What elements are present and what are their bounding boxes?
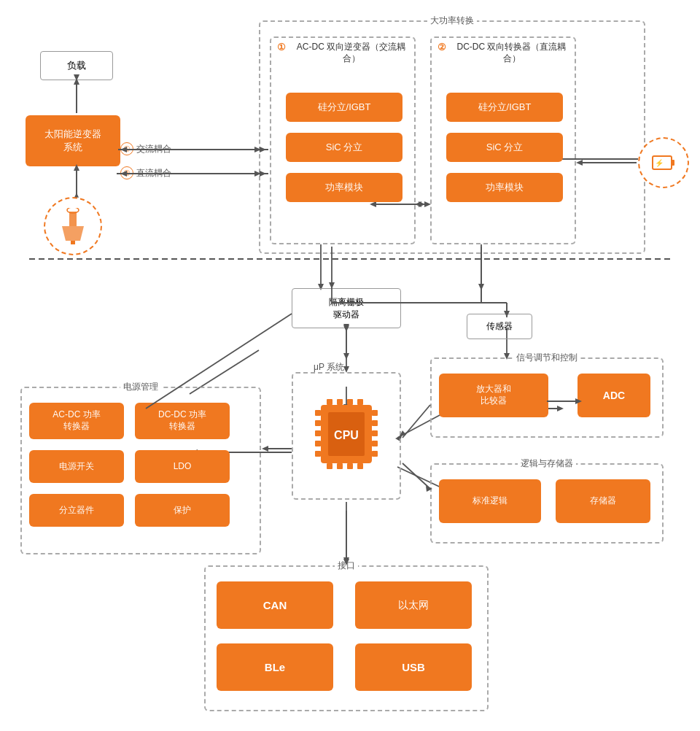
svg-rect-55 <box>372 430 378 436</box>
battery-icon: ⚡ <box>638 137 689 188</box>
cpu-box: CPU <box>292 372 401 500</box>
sensor-label: 传感器 <box>486 320 513 333</box>
svg-rect-57 <box>372 451 378 457</box>
svg-rect-61 <box>357 399 363 405</box>
svg-text:⚡: ⚡ <box>655 158 664 168</box>
gate-driver-box: 隔离栅极 驱动器 <box>292 288 401 328</box>
btn-power2: 功率模块 <box>446 173 563 202</box>
dcdc-box: ② DC-DC 双向转换器（直流耦合） 硅分立/IGBT SiC 分立 功率模块 <box>430 36 576 244</box>
solar-label: 太阳能逆变器 系统 <box>44 128 101 154</box>
svg-rect-56 <box>372 441 378 446</box>
signal-ctrl-box: 信号调节和控制 放大器和 比较器 ADC <box>430 357 664 438</box>
acdc-box: ① AC-DC 双向逆变器（交流耦合） 硅分立/IGBT SiC 分立 功率模块 <box>270 36 416 244</box>
btn-power-sw: 电源开关 <box>29 450 124 483</box>
interface-box: 接口 CAN 以太网 BLe USB <box>204 565 489 711</box>
load-label: 负载 <box>67 59 86 72</box>
svg-rect-59 <box>337 399 343 405</box>
btn-igbt2: 硅分立/IGBT <box>446 93 563 122</box>
svg-rect-40 <box>69 212 77 226</box>
btn-sic2: SiC 分立 <box>446 133 563 162</box>
svg-rect-60 <box>347 399 353 405</box>
btn-igbt1: 硅分立/IGBT <box>286 93 402 122</box>
gate-driver-label: 隔离栅极 驱动器 <box>329 296 364 321</box>
svg-rect-48 <box>315 410 321 416</box>
svg-marker-72 <box>262 446 268 452</box>
logic-mem-label: 逻辑与存储器 <box>518 457 576 470</box>
load-box: 负载 <box>40 51 113 80</box>
svg-rect-52 <box>315 451 321 457</box>
btn-can: CAN <box>217 581 333 629</box>
dc-couple-label: ② 直流耦合 <box>120 166 171 179</box>
svg-rect-62 <box>327 463 332 469</box>
svg-marker-17 <box>478 284 484 290</box>
btn-protect: 保护 <box>135 494 230 527</box>
solar-inverter-box: 太阳能逆变器 系统 <box>26 115 120 166</box>
svg-rect-42 <box>71 241 75 244</box>
power-mgmt-label: 电源管理 <box>120 381 161 393</box>
btn-ldo: LDO <box>135 450 230 483</box>
btn-acdc-pm: AC-DC 功率 转换器 <box>29 403 124 439</box>
svg-rect-53 <box>372 410 378 416</box>
svg-rect-49 <box>315 420 321 426</box>
btn-discrete: 分立器件 <box>29 494 124 527</box>
high-power-label: 大功率转换 <box>427 15 477 27</box>
svg-rect-65 <box>357 463 363 469</box>
btn-sic1: SiC 分立 <box>286 133 402 162</box>
svg-rect-58 <box>327 399 332 405</box>
power-mgmt-box: 电源管理 AC-DC 功率 转换器 DC-DC 功率 转换器 电源开关 LDO … <box>20 387 261 554</box>
diagram: 负载 太阳能逆变器 系统 ① 交流耦合 ② 直流耦合 大功率转换 ① AC-DC… <box>0 0 700 731</box>
dcdc-title: DC-DC 双向转换器（直流耦合） <box>457 42 567 63</box>
num2-circle: ② <box>120 166 133 179</box>
btn-ble: BLe <box>217 643 333 691</box>
ac-couple-label: ① 交流耦合 <box>120 142 171 155</box>
svg-rect-51 <box>315 441 321 446</box>
btn-dcdc-pm: DC-DC 功率 转换器 <box>135 403 230 439</box>
btn-adc: ADC <box>578 374 650 417</box>
btn-amp: 放大器和 比较器 <box>439 374 548 417</box>
svg-rect-63 <box>337 463 343 469</box>
svg-rect-45 <box>672 160 674 166</box>
svg-line-75 <box>402 463 430 489</box>
svg-rect-64 <box>347 463 353 469</box>
solar-panel-icon <box>44 197 102 255</box>
svg-text:CPU: CPU <box>334 429 359 441</box>
btn-ethernet: 以太网 <box>355 581 472 629</box>
svg-rect-50 <box>315 430 321 436</box>
sensor-box: 传感器 <box>467 314 532 339</box>
svg-marker-41 <box>62 226 84 241</box>
num1-circle: ① <box>120 142 133 155</box>
btn-power1: 功率模块 <box>286 173 402 202</box>
svg-rect-54 <box>372 420 378 426</box>
signal-ctrl-label: 信号调节和控制 <box>513 352 580 364</box>
svg-line-73 <box>402 405 430 438</box>
interface-label: 接口 <box>335 560 358 572</box>
logic-mem-box: 逻辑与存储器 标准逻辑 存储器 <box>430 463 664 544</box>
acdc-title: AC-DC 双向逆变器（交流耦合） <box>297 42 405 63</box>
svg-marker-22 <box>343 353 349 360</box>
btn-logic: 标准逻辑 <box>439 479 541 523</box>
btn-usb: USB <box>355 643 472 691</box>
btn-mem: 存储器 <box>556 479 650 523</box>
